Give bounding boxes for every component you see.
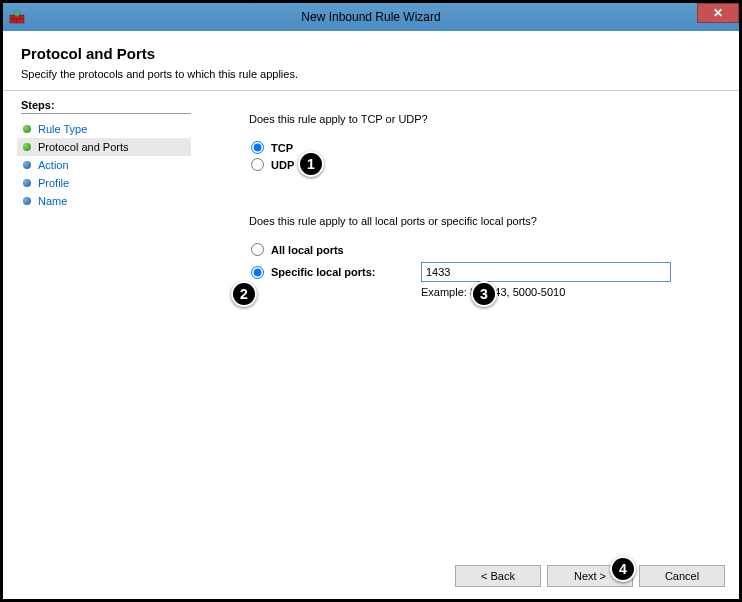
window-title: New Inbound Rule Wizard xyxy=(301,10,440,24)
step-rule-type[interactable]: Rule Type xyxy=(21,120,191,138)
callout-1: 1 xyxy=(298,151,324,177)
firewall-icon xyxy=(9,9,25,25)
step-bullet-icon xyxy=(23,161,31,169)
steps-sidebar: Steps: Rule Type Protocol and Ports Acti… xyxy=(3,91,201,571)
radio-all-ports-input[interactable] xyxy=(251,243,264,256)
protocol-question: Does this rule apply to TCP or UDP? xyxy=(249,113,711,125)
step-bullet-icon xyxy=(23,179,31,187)
close-button[interactable]: ✕ xyxy=(697,3,739,23)
radio-specific-ports[interactable]: Specific local ports: xyxy=(249,264,421,281)
main-panel: Does this rule apply to TCP or UDP? TCP … xyxy=(201,91,739,571)
ports-question: Does this rule apply to all local ports … xyxy=(249,215,711,227)
steps-label: Steps: xyxy=(21,99,191,114)
callout-2: 2 xyxy=(231,281,257,307)
wizard-buttons: < Back Next > Cancel xyxy=(455,565,725,587)
titlebar: New Inbound Rule Wizard ✕ xyxy=(3,3,739,31)
ports-example: Example: 80, 443, 5000-5010 xyxy=(421,286,711,298)
step-name[interactable]: Name xyxy=(21,192,191,210)
step-protocol-ports[interactable]: Protocol and Ports xyxy=(17,138,191,156)
page-title: Protocol and Ports xyxy=(21,45,721,62)
back-button[interactable]: < Back xyxy=(455,565,541,587)
svg-point-5 xyxy=(14,10,20,16)
radio-udp-input[interactable] xyxy=(251,158,264,171)
page-header: Protocol and Ports Specify the protocols… xyxy=(3,31,739,91)
step-bullet-icon xyxy=(23,143,31,151)
callout-4: 4 xyxy=(610,556,636,582)
page-description: Specify the protocols and ports to which… xyxy=(21,68,721,80)
step-bullet-icon xyxy=(23,197,31,205)
callout-3: 3 xyxy=(471,281,497,307)
ports-input[interactable] xyxy=(421,262,671,282)
radio-tcp-input[interactable] xyxy=(251,141,264,154)
step-action[interactable]: Action xyxy=(21,156,191,174)
step-profile[interactable]: Profile xyxy=(21,174,191,192)
step-bullet-icon xyxy=(23,125,31,133)
cancel-button[interactable]: Cancel xyxy=(639,565,725,587)
radio-specific-ports-input[interactable] xyxy=(251,266,264,279)
radio-all-ports[interactable]: All local ports xyxy=(249,241,711,258)
